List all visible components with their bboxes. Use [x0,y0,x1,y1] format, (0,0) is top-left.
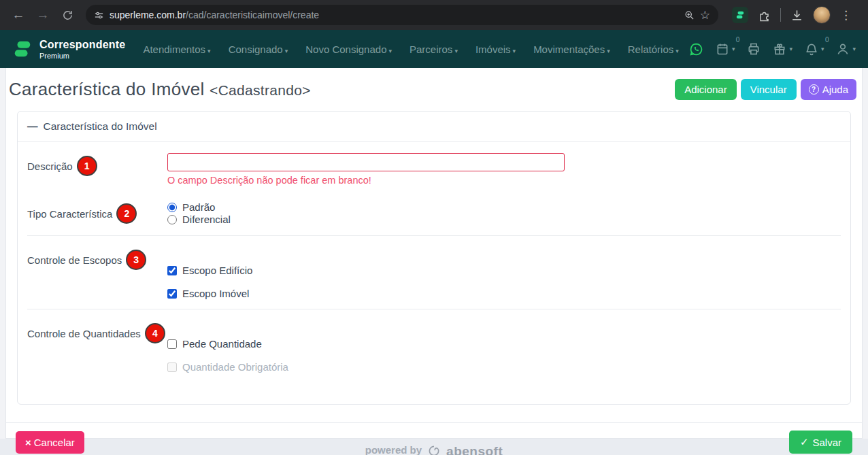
bookmark-star-icon[interactable]: ☆ [700,8,710,22]
whatsapp-icon[interactable] [689,42,703,56]
step-badge-3: 3 [126,250,146,270]
chevron-down-icon: ▾ [285,48,288,54]
brand-subtitle: Premium [39,52,125,60]
controle-escopos-label: Controle de Escopos3 [27,247,167,299]
checkbox-escopo-edificio[interactable]: Escopo Edifício [167,265,841,276]
main-menu: Atendimentos▾ Consignado▾ Novo Consignad… [143,44,678,55]
radio-diferencial-input[interactable] [167,215,177,224]
navbar-icons: 0 ▾ ▾ 0 ▾ [689,42,856,56]
field-tipo-caracteristica: Tipo Característica2 Padrão Diferencial [27,192,841,233]
radio-padrao-input[interactable] [167,203,177,212]
app-navbar: Correspondente Premium Atendimentos▾ Con… [0,30,868,68]
calendar-icon[interactable]: 0 ▾ [716,42,735,56]
site-settings-icon[interactable] [94,10,104,20]
checkbox-escopo-imovel-input[interactable] [167,289,177,299]
calendar-count-badge: 0 [736,36,740,44]
field-controle-escopos: Controle de Escopos3 Escopo Edifício Esc… [27,239,841,306]
salvar-button[interactable]: ✓Salvar [789,431,852,454]
radio-padrao[interactable]: Padrão [167,201,841,213]
menu-item-novo-consignado[interactable]: Novo Consignado▾ [305,44,392,55]
field-descricao: Descrição1 O campo Descrição não pode fi… [27,145,841,192]
adicionar-button[interactable]: Adicionar [675,79,737,100]
checkbox-escopo-imovel[interactable]: Escopo Imóvel [167,288,841,299]
tipo-radio-group: Padrão Diferencial [167,201,841,226]
notifications-bell-icon[interactable]: 0 ▾ [805,42,824,56]
step-badge-2: 2 [116,203,137,224]
controle-quantidades-label: Controle de Quantidades4 [27,320,167,373]
superleme-logo-icon [12,39,33,59]
chevron-down-icon: ▾ [821,46,824,52]
browser-back-icon[interactable]: ← [8,5,29,25]
chevron-down-icon: ▾ [388,48,392,54]
form-section-header[interactable]: —Característica do Imóvel [18,112,850,141]
chevron-down-icon: ▾ [607,48,610,54]
checkbox-escopo-edificio-input[interactable] [167,266,177,275]
vincular-button[interactable]: Vincular [741,79,797,100]
browser-forward-icon[interactable]: → [33,5,53,25]
check-icon: ✓ [800,436,809,448]
gift-icon[interactable]: ▾ [773,42,792,56]
step-badge-1: 1 [77,156,97,176]
chevron-down-icon: ▾ [732,46,735,52]
field-controle-quantidades: Controle de Quantidades4 Pede Quantidade… [27,312,841,380]
checkbox-quantidade-obrigatoria-input [167,363,177,372]
zoom-icon[interactable] [684,10,695,20]
header-actions: Adicionar Vincular ?Ajuda [675,79,856,100]
chevron-down-icon: ▾ [454,48,458,54]
tipo-caracteristica-label: Tipo Característica2 [27,201,167,226]
brand-name: Correspondente [39,39,125,51]
browser-menu-icon[interactable]: ⋮ [840,8,852,22]
step-badge-4: 4 [145,323,165,343]
browser-toolbar: ← → superleme.com.br/cad/caracteristicai… [0,0,868,30]
form-body: Descrição1 O campo Descrição não pode fi… [18,141,850,404]
downloads-icon[interactable] [790,9,803,22]
checkbox-pede-quantidade-input[interactable] [167,339,177,349]
chevron-down-icon: ▾ [675,48,679,54]
radio-diferencial[interactable]: Diferencial [167,214,841,225]
form-actions: ×Cancelar ✓Salvar [6,423,862,455]
descricao-error-message: O campo Descrição não pode ficar em bran… [167,175,841,186]
ajuda-button[interactable]: ?Ajuda [801,79,856,100]
menu-item-atendimentos[interactable]: Atendimentos▾ [143,44,210,55]
brand-logo[interactable]: Correspondente Premium [12,39,125,60]
toolbar-separator [780,8,781,22]
page-title: Característica do Imóvel <Cadastrando> [9,79,311,100]
field-divider [27,309,841,309]
url-domain: superleme.com.br [110,10,186,20]
menu-item-parceiros[interactable]: Parceiros▾ [410,44,458,55]
form-section-title: Característica do Imóvel [44,120,157,132]
chevron-down-icon: ▾ [513,48,516,54]
close-icon: × [25,437,31,448]
cancelar-button[interactable]: ×Cancelar [16,431,84,454]
browser-reload-icon[interactable] [57,5,78,25]
browser-actions: ⋮ [732,6,852,24]
checkbox-pede-quantidade[interactable]: Pede Quantidade [167,338,841,350]
chevron-down-icon: ▾ [852,46,856,52]
url-text[interactable]: superleme.com.br/cad/caracteristicaimove… [110,10,319,20]
collapse-icon: — [27,120,38,132]
address-bar[interactable]: superleme.com.br/cad/caracteristicaimove… [86,5,718,25]
quantidades-checkbox-list: Pede Quantidade Quantidade Obrigatória [167,320,841,373]
form-card: —Característica do Imóvel Descrição1 O c… [17,111,851,405]
question-icon: ? [809,84,819,95]
menu-item-consignado[interactable]: Consignado▾ [229,44,288,55]
user-account-icon[interactable]: ▾ [836,42,856,56]
menu-item-movimentacoes[interactable]: Movimentações▾ [533,44,610,55]
descricao-label: Descrição1 [27,153,167,186]
menu-item-imoveis[interactable]: Imóveis▾ [475,44,516,55]
extensions-puzzle-icon[interactable] [758,9,771,22]
content-area: Característica do Imóvel <Cadastrando> A… [5,68,863,439]
escopos-checkbox-list: Escopo Edifício Escopo Imóvel [167,247,841,299]
profile-avatar[interactable] [813,6,831,24]
menu-item-relatorios[interactable]: Relatórios▾ [628,44,679,55]
field-divider [27,235,841,236]
url-path: /cad/caracteristicaimovel/create [186,10,319,20]
checkbox-quantidade-obrigatoria: Quantidade Obrigatória [167,361,841,373]
page-title-mode: <Cadastrando> [210,82,311,98]
printer-icon[interactable] [747,42,761,56]
superleme-extension-icon[interactable] [732,7,748,23]
descricao-input[interactable] [167,153,565,171]
chevron-down-icon: ▾ [207,48,211,54]
chevron-down-icon: ▾ [789,46,792,52]
page-header: Característica do Imóvel <Cadastrando> A… [6,68,862,111]
